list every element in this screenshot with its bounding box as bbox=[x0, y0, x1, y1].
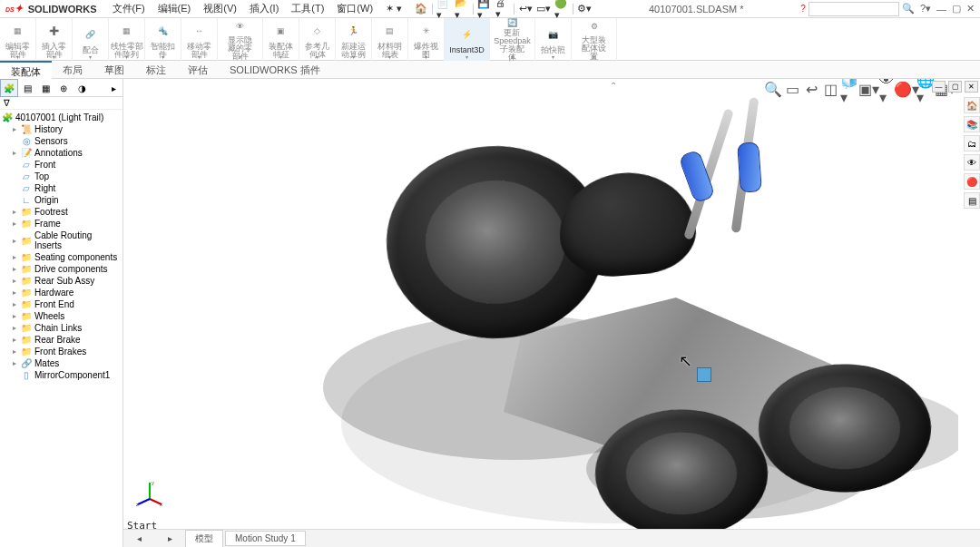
menu-window[interactable]: 窗口(W) bbox=[330, 2, 379, 15]
ribbon-button-6[interactable]: 👁显示隐藏的零部件▾ bbox=[218, 18, 263, 61]
ribbon-button-12[interactable]: ⚡Instant3D▾ bbox=[445, 18, 490, 61]
prev-view-icon[interactable]: ↩ bbox=[803, 81, 819, 97]
expand-icon[interactable]: ▸ bbox=[11, 359, 18, 367]
filter-icon[interactable]: ∇ bbox=[4, 98, 10, 108]
taskpane-props-icon[interactable]: ▤ bbox=[964, 192, 980, 209]
expand-icon[interactable]: ▸ bbox=[11, 149, 18, 157]
tree-node-front-end[interactable]: ▸📁Front End bbox=[2, 298, 121, 310]
menu-more[interactable]: ✶ ▾ bbox=[379, 3, 408, 15]
expand-icon[interactable]: ▸ bbox=[11, 324, 18, 332]
expand-icon[interactable]: ▸ bbox=[11, 336, 18, 344]
orientation-triad[interactable]: y x z bbox=[136, 479, 163, 506]
bottom-tab-motion[interactable]: Motion Study 1 bbox=[225, 531, 306, 546]
expand-icon[interactable]: ▸ bbox=[11, 208, 18, 216]
expand-icon[interactable]: ▸ bbox=[11, 220, 18, 228]
expand-icon[interactable]: ▸ bbox=[11, 265, 18, 273]
tree-node-mirrorcomponent1[interactable]: ▯MirrorComponent1 bbox=[2, 369, 121, 381]
ribbon-button-10[interactable]: ▤材料明细表▾ bbox=[372, 18, 408, 61]
qat-print-icon[interactable]: 🖨▾ bbox=[495, 2, 510, 16]
expand-icon[interactable]: ▸ bbox=[11, 125, 18, 133]
tree-node-footrest[interactable]: ▸📁Footrest bbox=[2, 206, 121, 218]
ribbon-button-15[interactable]: ⚙大型装配体设置▾ bbox=[572, 18, 617, 61]
qat-home-icon[interactable]: 🏠 bbox=[414, 2, 428, 16]
panel-tab-display-icon[interactable]: ◑ bbox=[73, 79, 91, 97]
ribbon-button-1[interactable]: ➕插入零部件▾ bbox=[36, 18, 73, 61]
tree-node-top[interactable]: ▱Top bbox=[2, 171, 121, 182]
tree-node-chain-links[interactable]: ▸📁Chain Links bbox=[2, 322, 121, 334]
ribbon-button-4[interactable]: 🔩智能扣件▾ bbox=[145, 18, 181, 61]
tree-node-sensors[interactable]: ◎Sensors bbox=[2, 135, 121, 147]
tree-node-front-brakes[interactable]: ▸📁Front Brakes bbox=[2, 346, 121, 357]
tree-node-mates[interactable]: ▸🔗Mates bbox=[2, 357, 121, 369]
taskpane-view-icon[interactable]: 👁 bbox=[964, 154, 980, 171]
qat-save-icon[interactable]: 💾▾ bbox=[477, 2, 492, 16]
panel-tab-feature-tree-icon[interactable]: 🧩 bbox=[0, 79, 18, 97]
ribbon-tab-3[interactable]: 标注 bbox=[135, 61, 177, 79]
taskpane-appearance-icon[interactable]: 🔴 bbox=[964, 173, 980, 190]
expand-icon[interactable]: ▸ bbox=[11, 277, 18, 285]
tree-node-origin[interactable]: ∟Origin bbox=[2, 194, 121, 206]
panel-tab-dim-icon[interactable]: ⊕ bbox=[54, 79, 73, 97]
expand-icon[interactable]: ▸ bbox=[11, 288, 18, 297]
ribbon-tab-0[interactable]: 装配体 bbox=[0, 61, 52, 79]
ribbon-button-8[interactable]: ◇参考几何体▾ bbox=[299, 18, 336, 61]
tree-node-hardware[interactable]: ▸📁Hardware bbox=[2, 287, 121, 298]
qat-rebuild-icon[interactable]: 🟢▾ bbox=[554, 2, 569, 16]
ribbon-button-7[interactable]: ▣装配体特征▾ bbox=[263, 18, 299, 61]
expand-icon[interactable]: ▸ bbox=[11, 312, 18, 320]
tree-node-rear-brake[interactable]: ▸📁Rear Brake bbox=[2, 334, 121, 346]
expand-icon[interactable]: ▸ bbox=[11, 300, 18, 308]
bottom-tab-model[interactable]: 模型 bbox=[185, 530, 223, 548]
tree-node-frame[interactable]: ▸📁Frame bbox=[2, 218, 121, 230]
qat-new-icon[interactable]: 📄▾ bbox=[436, 2, 451, 16]
taskpane-home-icon[interactable]: 🏠 bbox=[964, 97, 980, 113]
graphics-viewport[interactable]: 🔍 ▭ ↩ ◫ 🧊▾ ▣▾ 👁▾ 🔴▾ 🌐▾ ▦▾ — ▢ ✕ 🏠 📚 🗂 👁 … bbox=[123, 79, 980, 547]
tree-node-drive-components[interactable]: ▸📁Drive components bbox=[2, 263, 121, 275]
selection-handle[interactable] bbox=[697, 367, 711, 382]
ribbon-tab-1[interactable]: 布局 bbox=[52, 61, 93, 79]
ribbon-tab-5[interactable]: SOLIDWORKS 插件 bbox=[219, 61, 331, 79]
ribbon-button-2[interactable]: 🔗配合▾ bbox=[73, 18, 109, 61]
panel-tab-config-icon[interactable]: ▦ bbox=[36, 79, 54, 97]
menu-insert[interactable]: 插入(I) bbox=[243, 2, 285, 15]
search-go-icon[interactable]: 🔍 bbox=[902, 3, 915, 15]
tree-node-seating-components[interactable]: ▸📁Seating components bbox=[2, 251, 121, 263]
qat-undo-icon[interactable]: ↩▾ bbox=[518, 2, 533, 16]
ribbon-button-14[interactable]: 📷拍快照▾ bbox=[535, 18, 572, 61]
ribbon-button-13[interactable]: 🔄更新Speedpak子装配体▾ bbox=[490, 18, 535, 61]
expand-icon[interactable]: ▸ bbox=[11, 253, 18, 261]
viewport-min-icon[interactable]: — bbox=[932, 81, 946, 93]
taskpane-library-icon[interactable]: 📚 bbox=[964, 116, 980, 132]
ribbon-button-5[interactable]: ↔移动零部件▾ bbox=[181, 18, 218, 61]
view-orient-icon[interactable]: 🧊▾ bbox=[841, 81, 858, 97]
qat-select-icon[interactable]: ▭▾ bbox=[536, 2, 551, 16]
bottom-scroll-left-icon[interactable]: ◂ bbox=[126, 532, 152, 546]
expand-icon[interactable]: ▸ bbox=[11, 347, 18, 356]
ribbon-tab-2[interactable]: 草图 bbox=[93, 61, 135, 79]
tree-root[interactable]: 🧩 40107001 (Light Trail) bbox=[2, 112, 121, 123]
bottom-scroll-right-icon[interactable]: ▸ bbox=[157, 532, 182, 546]
ribbon-collapse-icon[interactable]: ⌃ bbox=[610, 81, 617, 91]
ribbon-button-0[interactable]: ▦编辑零部件▾ bbox=[0, 18, 36, 61]
display-style-icon[interactable]: ▣▾ bbox=[860, 81, 877, 97]
qat-open-icon[interactable]: 📂▾ bbox=[455, 2, 469, 16]
tree-node-history[interactable]: ▸📜History bbox=[2, 123, 121, 135]
tree-node-front[interactable]: ▱Front bbox=[2, 159, 121, 171]
panel-tab-property-icon[interactable]: ▤ bbox=[18, 79, 36, 97]
appearance-icon[interactable]: 🔴▾ bbox=[898, 81, 915, 97]
expand-icon[interactable]: ▸ bbox=[11, 237, 18, 245]
menu-edit[interactable]: 编辑(E) bbox=[152, 2, 198, 15]
viewport-max-icon[interactable]: ▢ bbox=[948, 81, 962, 93]
tree-node-annotations[interactable]: ▸📝Annotations bbox=[2, 147, 121, 159]
tree-node-wheels[interactable]: ▸📁Wheels bbox=[2, 310, 121, 322]
zoom-fit-icon[interactable]: 🔍 bbox=[765, 81, 781, 97]
ribbon-button-9[interactable]: 🏃新建运动算例▾ bbox=[336, 18, 372, 61]
ribbon-button-11[interactable]: ✳爆炸视图▾ bbox=[408, 18, 445, 61]
assembly-model[interactable]: ↖ bbox=[287, 115, 958, 523]
ribbon-button-3[interactable]: ▦线性零部件阵列▾ bbox=[109, 18, 145, 61]
zoom-area-icon[interactable]: ▭ bbox=[784, 81, 800, 97]
menu-file[interactable]: 文件(F) bbox=[106, 2, 152, 15]
help-icon[interactable]: ?▾ bbox=[920, 3, 931, 15]
menu-tools[interactable]: 工具(T) bbox=[285, 2, 330, 15]
handlebar-grip-right[interactable] bbox=[737, 142, 762, 193]
